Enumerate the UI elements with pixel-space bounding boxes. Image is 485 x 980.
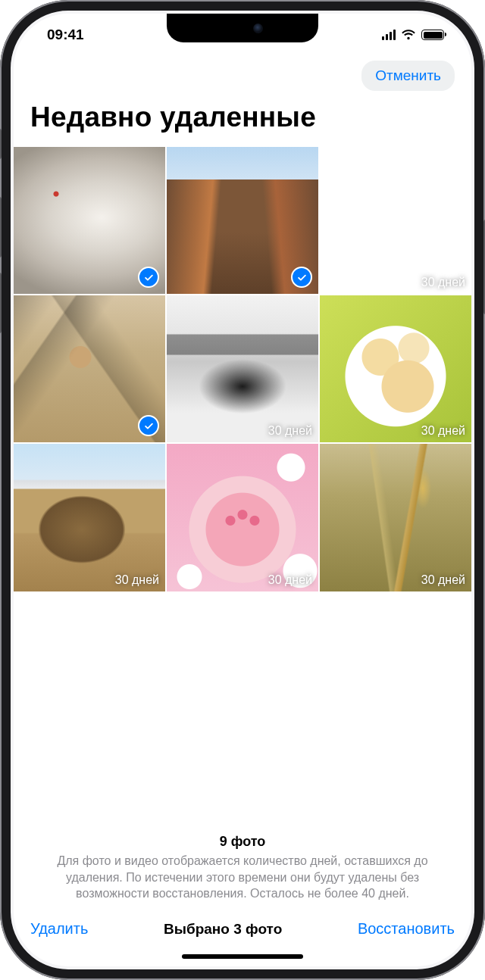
photo-thumbnail[interactable] bbox=[167, 147, 318, 294]
photo-thumbnail[interactable]: 30 дней bbox=[320, 147, 471, 294]
photo-thumbnail[interactable]: 30 дней bbox=[320, 295, 471, 442]
selection-status: Выбрано 3 фото bbox=[164, 921, 282, 938]
days-remaining-label: 30 дней bbox=[115, 573, 159, 587]
photo-thumbnail[interactable] bbox=[14, 147, 165, 294]
volume-down-button bbox=[0, 273, 2, 333]
days-remaining-label: 30 дней bbox=[421, 573, 465, 587]
days-remaining-label: 30 дней bbox=[421, 276, 465, 289]
days-remaining-label: 30 дней bbox=[268, 573, 312, 587]
selected-checkmark-icon bbox=[291, 267, 312, 288]
bottom-toolbar: Удалить Выбрано 3 фото Восстановить bbox=[14, 902, 471, 945]
photo-thumbnail[interactable]: 30 дней bbox=[320, 444, 471, 591]
home-indicator[interactable] bbox=[182, 954, 303, 959]
mute-switch bbox=[0, 129, 2, 159]
selected-checkmark-icon bbox=[138, 267, 159, 288]
cellular-icon bbox=[382, 30, 396, 40]
photo-grid: 30 дней30 дней30 дней30 дней30 дней30 дн… bbox=[14, 147, 471, 591]
footer-description: Для фото и видео отображается количество… bbox=[35, 853, 450, 902]
photo-thumbnail[interactable]: 30 дней bbox=[167, 295, 318, 442]
recover-button[interactable]: Восстановить bbox=[358, 920, 455, 938]
delete-button[interactable]: Удалить bbox=[30, 920, 88, 938]
cancel-button[interactable]: Отменить bbox=[361, 61, 455, 91]
volume-up-button bbox=[0, 197, 2, 257]
photo-thumbnail[interactable]: 30 дней bbox=[167, 444, 318, 591]
page-title: Недавно удаленные bbox=[14, 101, 471, 147]
status-time: 09:41 bbox=[47, 27, 84, 43]
photo-count: 9 фото bbox=[35, 834, 450, 850]
photo-thumbnail[interactable]: 30 дней bbox=[14, 444, 165, 591]
device-notch bbox=[167, 14, 318, 42]
days-remaining-label: 30 дней bbox=[268, 424, 312, 438]
photo-thumbnail[interactable] bbox=[14, 295, 165, 442]
wifi-icon bbox=[401, 30, 416, 40]
battery-icon bbox=[421, 30, 444, 40]
days-remaining-label: 30 дней bbox=[421, 424, 465, 438]
